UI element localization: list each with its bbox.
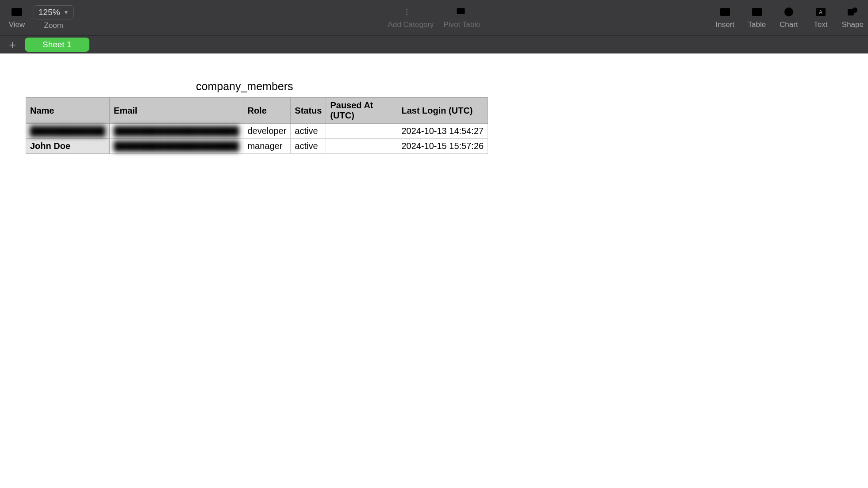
chart-button[interactable]: Chart (778, 5, 799, 29)
cell-name[interactable]: ████████████ (30, 126, 105, 136)
text-button[interactable]: A Text (810, 5, 831, 29)
cell-name[interactable]: John Doe (26, 139, 110, 154)
insert-icon (720, 5, 730, 19)
table-row[interactable]: ████████████ ████████████████████ develo… (26, 124, 488, 139)
insert-label: Insert (716, 20, 735, 29)
svg-rect-13 (720, 8, 730, 16)
view-label: View (9, 20, 25, 29)
add-sheet-button[interactable]: + (4, 38, 20, 51)
svg-line-11 (465, 13, 467, 15)
table-header-row[interactable]: Name Email Role Status Paused At (UTC) L… (26, 98, 488, 124)
col-header-role[interactable]: Role (243, 98, 291, 124)
cell-paused[interactable] (326, 139, 397, 154)
shape-button[interactable]: Shape (842, 5, 864, 29)
zoom-control[interactable]: 125% ▼ Zoom (34, 5, 74, 30)
zoom-label: Zoom (44, 21, 63, 30)
cell-lastlogin[interactable]: 2024-10-15 15:57:26 (397, 139, 488, 154)
cell-email[interactable]: ████████████████████ (114, 141, 239, 151)
cell-status[interactable]: active (291, 124, 326, 139)
table-icon (752, 5, 762, 19)
svg-line-12 (465, 15, 467, 16)
chart-label: Chart (780, 20, 798, 29)
table-button[interactable]: Table (746, 5, 768, 29)
chart-icon (784, 5, 794, 19)
svg-rect-16 (752, 8, 762, 16)
table-label: Table (748, 20, 766, 29)
cell-status[interactable]: active (291, 139, 326, 154)
col-header-paused[interactable]: Paused At (UTC) (326, 98, 397, 124)
sidebar-toggle-icon (11, 5, 23, 19)
col-header-email[interactable]: Email (110, 98, 243, 124)
cell-email[interactable]: ████████████████████ (114, 126, 239, 136)
main-toolbar: View 125% ▼ Zoom Add Category Pivot Tabl… (0, 0, 868, 35)
svg-point-6 (406, 14, 407, 15)
table-title[interactable]: company_members (26, 80, 868, 93)
view-button[interactable]: View (6, 5, 27, 29)
spreadsheet-canvas[interactable]: company_members Name Email Role Status P… (0, 53, 868, 488)
cell-paused[interactable] (326, 124, 397, 139)
svg-point-4 (406, 11, 407, 13)
svg-rect-0 (12, 8, 22, 16)
svg-rect-8 (457, 8, 465, 14)
pivot-table-label: Pivot Table (444, 20, 480, 29)
sheet-tab-bar: + Sheet 1 (0, 35, 868, 53)
chevron-down-icon: ▼ (64, 9, 69, 15)
add-category-label: Add Category (388, 20, 434, 29)
table-row[interactable]: John Doe ████████████████████ manager ac… (26, 139, 488, 154)
data-table[interactable]: Name Email Role Status Paused At (UTC) L… (26, 97, 488, 154)
col-header-status[interactable]: Status (291, 98, 326, 124)
pivot-table-button: Pivot Table (444, 5, 480, 29)
cell-role[interactable]: developer (243, 124, 291, 139)
insert-button[interactable]: Insert (714, 5, 736, 29)
list-icon (406, 5, 416, 19)
col-header-name[interactable]: Name (26, 98, 110, 124)
cell-role[interactable]: manager (243, 139, 291, 154)
svg-point-27 (852, 8, 857, 13)
pivot-icon (457, 5, 467, 19)
sheet-tab-active[interactable]: Sheet 1 (25, 38, 89, 52)
col-header-lastlogin[interactable]: Last Login (UTC) (397, 98, 488, 124)
svg-text:A: A (819, 9, 822, 15)
shape-label: Shape (842, 20, 864, 29)
text-icon: A (815, 5, 826, 19)
shape-icon (847, 5, 858, 19)
text-label: Text (814, 20, 827, 29)
add-category-button: Add Category (388, 5, 434, 29)
zoom-value: 125% (38, 8, 60, 17)
cell-lastlogin[interactable]: 2024-10-13 14:54:27 (397, 124, 488, 139)
svg-point-2 (406, 9, 407, 10)
